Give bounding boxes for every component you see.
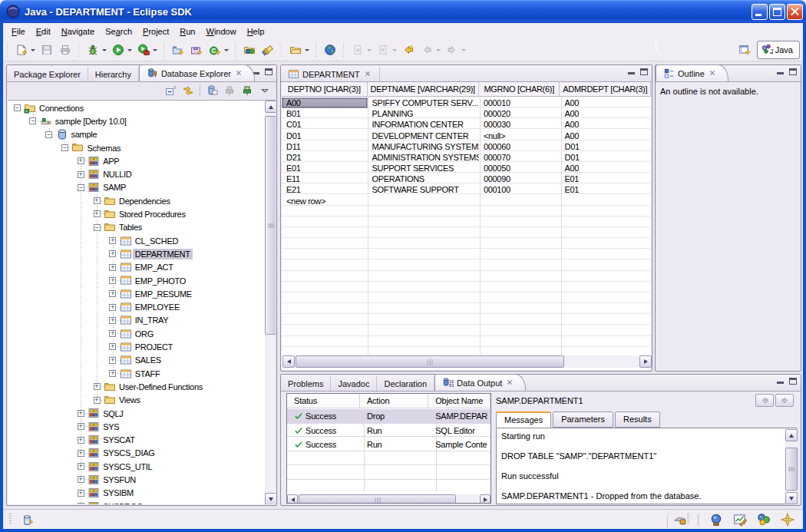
scroll-up-button[interactable] xyxy=(265,101,276,113)
grid-cell[interactable]: SPIFFY COMPUTER SERV... xyxy=(368,97,479,108)
run-external-dropdown[interactable] xyxy=(153,49,157,51)
tree-expander[interactable] xyxy=(94,383,101,390)
detail-back-button[interactable] xyxy=(755,394,774,407)
debug-button[interactable] xyxy=(84,41,101,58)
tree-item-project[interactable]: PROJECT xyxy=(8,340,263,353)
scrollbar-thumb[interactable] xyxy=(296,355,564,368)
tree-expander[interactable] xyxy=(94,197,101,204)
tree-item-emp-act[interactable]: EMP_ACT xyxy=(8,261,263,274)
colored-balls-button[interactable] xyxy=(756,512,771,527)
grid-cell[interactable]: A00 xyxy=(560,163,651,173)
left-tab-package-explorer[interactable]: Package Explorer xyxy=(7,67,88,81)
tree-item-emp-resume[interactable]: EMP_RESUME xyxy=(8,287,263,300)
minimize-button[interactable] xyxy=(751,4,768,20)
column-header[interactable]: MGRNO [CHAR(6)] xyxy=(479,82,560,96)
menu-run[interactable]: Run xyxy=(174,25,200,38)
grid-cell[interactable]: A00 xyxy=(560,119,651,130)
minimize-view-icon[interactable] xyxy=(777,378,784,384)
grid-cell[interactable]: 000030 xyxy=(479,119,560,130)
new-class-dropdown[interactable] xyxy=(224,49,229,51)
debug-dropdown[interactable] xyxy=(102,49,107,51)
menu-window[interactable]: Window xyxy=(200,25,241,38)
result-row[interactable]: SuccessDropSAMP.DEPAR xyxy=(287,409,491,424)
outline-tab-outline[interactable]: Outline xyxy=(656,64,728,81)
grid-cell[interactable]: A00 xyxy=(560,130,651,140)
connect-button[interactable] xyxy=(239,84,255,98)
grid-cell[interactable]: E11 xyxy=(282,173,368,184)
tree-item-stored-procedures[interactable]: Stored Procedures xyxy=(8,207,263,220)
tree-item-syscs-diag[interactable]: SYSCS_DIAG xyxy=(8,447,263,460)
tree-expander[interactable] xyxy=(78,157,84,164)
close-tab-icon[interactable] xyxy=(708,68,717,79)
tree-expander[interactable] xyxy=(78,503,84,504)
tree-expander[interactable] xyxy=(78,463,84,470)
grid-cell[interactable]: 000020 xyxy=(479,108,560,119)
new-java-project-button[interactable] xyxy=(170,41,187,58)
grid-cell[interactable]: D01 xyxy=(282,130,368,140)
open-type-button[interactable] xyxy=(241,41,258,58)
grid-cell[interactable]: E01 xyxy=(560,173,651,184)
scroll-right-button[interactable] xyxy=(480,494,491,504)
result-status-cell[interactable]: Success xyxy=(287,426,360,435)
tree-expander[interactable] xyxy=(109,264,116,271)
tree-item-department[interactable]: DEPARTMENT xyxy=(8,247,263,260)
open-folder-button[interactable] xyxy=(287,41,304,58)
tree-expander[interactable] xyxy=(109,357,116,364)
tree-expander[interactable] xyxy=(109,290,116,297)
tree-expander[interactable] xyxy=(109,317,116,324)
menu-search[interactable]: Search xyxy=(100,25,137,38)
tree-expander[interactable] xyxy=(45,131,52,138)
tree-item-emp-photo[interactable]: EMP_PHOTO xyxy=(8,274,263,287)
grid-row[interactable]: E11OPERATIONS000090E01 xyxy=(282,173,651,184)
grid-row[interactable]: D01DEVELOPMENT CENTER<null>A00 xyxy=(282,130,651,140)
tree-expander[interactable] xyxy=(78,410,84,417)
result-object-cell[interactable]: SQL Editor xyxy=(428,426,491,435)
tree-expander[interactable] xyxy=(61,144,68,151)
maximize-button[interactable] xyxy=(769,4,785,20)
tree-item-sales[interactable]: SALES xyxy=(8,354,263,367)
run-button[interactable] xyxy=(110,41,127,58)
new-wizard-button[interactable] xyxy=(13,41,30,58)
crystal-ball-button[interactable] xyxy=(709,512,724,527)
tree-expander[interactable] xyxy=(78,437,84,444)
tree-item-org[interactable]: ORG xyxy=(8,327,263,340)
grid-cell[interactable]: SUPPORT SERVICES xyxy=(368,163,479,173)
disconnect-button[interactable] xyxy=(222,84,237,98)
tree-expander[interactable] xyxy=(109,343,116,350)
tree-expander[interactable] xyxy=(29,117,36,124)
show-schema-button[interactable] xyxy=(204,84,220,98)
result-action-cell[interactable]: Run xyxy=(360,426,428,435)
scroll-right-button[interactable] xyxy=(639,355,652,368)
tree-item-syscat[interactable]: SYSCAT xyxy=(8,434,263,447)
grid-cell[interactable]: A00 xyxy=(560,108,651,119)
scroll-up-button[interactable] xyxy=(785,429,798,441)
grid-cell[interactable]: E21 xyxy=(282,184,368,195)
collapse-all-button[interactable] xyxy=(163,84,178,98)
compass-star-button[interactable] xyxy=(780,512,795,527)
vertical-scrollbar[interactable] xyxy=(785,429,798,504)
grid-row[interactable]: D11MANUFACTURING SYSTEMS000060D01 xyxy=(282,141,651,152)
menu-navigate[interactable]: Navigate xyxy=(56,25,100,38)
scrollbar-thumb[interactable] xyxy=(265,116,276,335)
view-menu-button[interactable] xyxy=(257,84,273,98)
grid-cell[interactable]: D01 xyxy=(560,152,651,163)
tree-item-schemas[interactable]: Schemas xyxy=(8,141,263,154)
tree-item-in-tray[interactable]: IN_TRAY xyxy=(8,314,263,327)
tree-item-sysfun[interactable]: SYSFUN xyxy=(8,473,263,486)
tree-expander[interactable] xyxy=(109,304,116,311)
tree-expander[interactable] xyxy=(14,104,21,111)
result-action-cell[interactable]: Drop xyxy=(360,411,428,421)
tree-item-sample[interactable]: sample xyxy=(8,128,263,141)
tree-expander[interactable] xyxy=(78,423,84,430)
grid-cell[interactable]: 000060 xyxy=(479,141,560,152)
result-column-header[interactable]: Object Name xyxy=(428,394,491,408)
tree-expander[interactable] xyxy=(78,450,84,457)
tree-item-connections[interactable]: Connections xyxy=(8,101,263,114)
title-bar[interactable]: Java - DEPARTMENT - Eclipse SDK xyxy=(0,0,806,23)
tree-item-nullid[interactable]: NULLID xyxy=(8,168,263,181)
minimize-view-icon[interactable] xyxy=(777,69,784,74)
tree-item-views[interactable]: Views xyxy=(8,394,263,407)
column-header[interactable]: ADMRDEPT [CHAR(3)] xyxy=(560,82,651,96)
grid-row[interactable]: E21SOFTWARE SUPPORT000100E01 xyxy=(282,184,651,195)
chart-pencil-button[interactable] xyxy=(732,512,748,527)
